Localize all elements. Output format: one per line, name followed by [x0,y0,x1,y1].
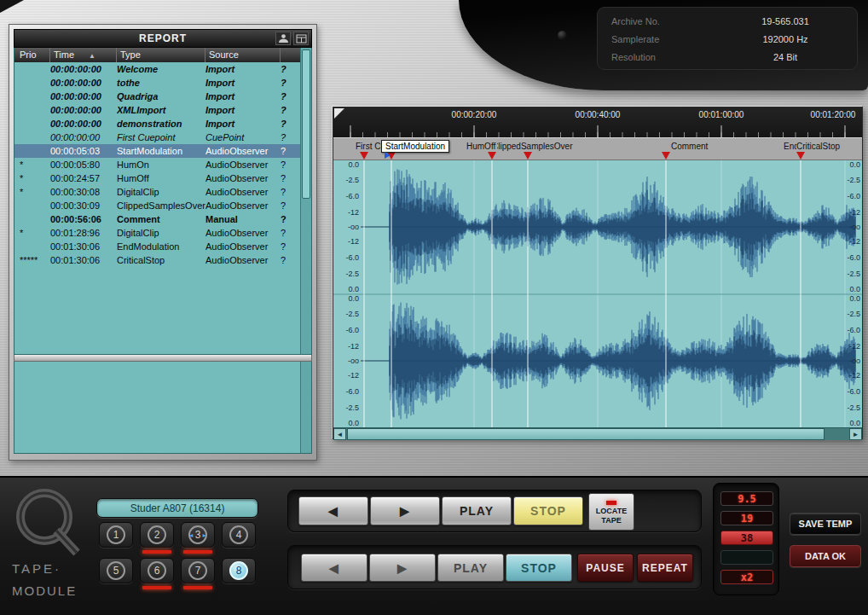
marker-label[interactable]: HumOff [466,142,497,151]
channel-button-7[interactable]: 7 [181,558,215,583]
channel-led-icon [142,550,171,554]
report-row[interactable]: *****00:01:30:06CriticalStopAudioObserve… [14,253,300,267]
marker-label[interactable]: Comment [671,142,708,151]
report-cell-type: StartModulation [117,146,205,156]
column-header-prio[interactable]: Prio [14,48,50,62]
archive-label: Samplerate [611,31,659,49]
db-scale-label: 0.0 [335,294,359,303]
marker-label[interactable]: ClippedSamplesOver [492,142,573,151]
report-row[interactable]: 00:00:56:06CommentManual? [14,212,300,226]
selected-marker-indicator [385,152,391,159]
report-row[interactable]: 00:00:05:03StartModulationAudioObserver? [14,144,300,158]
forward-button[interactable]: ▶ [370,496,440,525]
column-header-time[interactable]: Time ▲ [50,48,117,62]
report-cell-flag: ? [281,228,298,238]
report-row[interactable]: *00:00:24:57HumOffAudioObserver? [14,171,300,185]
column-header-source[interactable]: Source [205,48,281,62]
report-cell-time: 00:00:00:00 [50,78,117,88]
report-row[interactable]: 00:00:00:00First CuepointCuePoint? [14,131,300,144]
led-display [720,550,773,565]
channel-led-icon [142,586,171,589]
report-row[interactable]: 00:00:00:00WelcomeImport? [14,62,300,76]
report-scrollbar[interactable] [300,48,311,354]
report-cell-source: Import [205,91,281,102]
report-row[interactable]: *00:01:28:96DigitalClipAudioObserver? [14,226,300,240]
aux-stop-button[interactable]: STOP [506,554,572,582]
report-cell-time: 00:00:30:08 [50,187,117,197]
marker-tick-icon[interactable] [360,152,368,160]
report-scrollbar-thumb[interactable] [302,49,310,199]
db-scale-label: -12 [335,371,359,380]
scroll-right-icon[interactable]: ► [849,428,862,440]
report-titlebar: REPORT [14,29,312,48]
channel-number: 2 [148,525,166,544]
brand-line2: MODULE [12,583,77,598]
repeat-button[interactable]: REPEAT [637,554,693,582]
save-temp-button[interactable]: SAVE TEMP [790,513,861,535]
report-cell-source: AudioObserver [205,228,281,238]
db-scale-label: -6.0 [836,387,860,396]
report-lower-scrollbar[interactable] [300,362,311,453]
channel-button-1[interactable]: 1 [99,522,133,548]
aux-play-button[interactable]: PLAY [437,554,504,582]
pause-button[interactable]: PAUSE [577,554,634,582]
marker-tick-icon[interactable] [488,152,496,160]
channel-button-6[interactable]: 6 [140,558,174,583]
report-row[interactable]: 00:01:30:06EndModulationAudioObserver? [14,240,300,253]
report-row[interactable]: *00:00:30:08DigitalClipAudioObserver? [14,185,300,199]
report-cell-type: EndModulation [117,241,205,252]
report-row[interactable]: 00:00:00:00QuadrigaImport? [14,90,300,103]
marker-tooltip[interactable]: StartModulation [381,140,449,153]
control-panel: TAPE· MODULE Studer A807 (16314) 12◄3►45… [0,476,868,615]
channel-number: 7 [188,561,207,580]
report-cell-source: AudioObserver [205,187,281,197]
report-row[interactable]: *00:00:05:80HumOnAudioObserver? [14,158,300,171]
grid-icon[interactable] [293,32,309,45]
waveform-display[interactable]: 0.00.0-2.5-2.5-6.0-6.0-12-12-oo-oo-12-12… [333,160,862,427]
waveform-scrollbar-thumb[interactable] [347,428,825,440]
column-header-type[interactable]: Type [117,48,205,62]
report-row[interactable]: 00:00:00:00demonstrationImport? [14,117,300,131]
channel-button-8[interactable]: 8 [222,558,256,583]
waveform-graphic [333,160,862,427]
archive-value: 19-565.031 [726,13,845,31]
data-ok-button[interactable]: DATA OK [790,545,861,567]
brand-block: TAPE· MODULE [9,484,92,612]
channel-button-5[interactable]: 5 [99,558,133,583]
marker-band[interactable]: StartModulation First CuepointClippedSam… [333,137,862,160]
user-icon[interactable] [275,32,291,45]
waveform-scrollbar[interactable]: ◄ ► [333,427,862,440]
archive-row: Archive No. 19-565.031 [598,13,857,31]
report-row[interactable]: 00:00:30:09ClippedSamplesOverAudioObserv… [14,199,300,212]
report-cell-source: AudioObserver [205,173,281,183]
report-cell-time: 00:00:56:06 [50,214,117,224]
report-row[interactable]: 00:00:00:00XMLImportImport? [14,103,300,117]
marker-tick-icon[interactable] [524,152,532,160]
timeline-ruler[interactable]: 00:00:20:0000:00:40:0000:01:00:0000:01:2… [333,107,862,137]
locate-tape-button[interactable]: LOCATE TAPE [588,493,634,531]
report-row[interactable]: 00:00:00:00totheImport? [14,76,300,90]
column-header-flag [281,48,298,62]
channel-button-2[interactable]: 2 [140,522,174,548]
channel-button-3[interactable]: ◄3► [181,522,215,548]
stop-button[interactable]: STOP [513,496,583,525]
channel-button-4[interactable]: 4 [222,522,256,548]
report-cell-source: AudioObserver [205,241,281,252]
db-scale-label: -6.0 [836,326,860,334]
report-cell-time: 00:00:00:00 [50,91,117,102]
report-rows: 00:00:00:00WelcomeImport?00:00:00:00toth… [14,62,300,267]
led-display: 9.5 [720,491,773,506]
scroll-left-icon[interactable]: ◄ [333,428,346,440]
db-scale-label: 0.0 [335,419,359,427]
marker-label[interactable]: CriticalStop [796,142,842,151]
aux-forward-button[interactable]: ▶ [369,554,436,582]
marker-tick-icon[interactable] [662,152,670,160]
report-splitter[interactable] [14,355,312,362]
play-button[interactable]: PLAY [442,496,512,525]
brand-line1: TAPE· [12,561,61,576]
marker-tick-icon[interactable] [796,152,805,160]
report-cell-source: Import [205,78,281,88]
rewind-button[interactable]: ◀ [298,496,368,525]
led-display: x2 [720,570,773,584]
aux-rewind-button[interactable]: ◀ [301,554,367,582]
